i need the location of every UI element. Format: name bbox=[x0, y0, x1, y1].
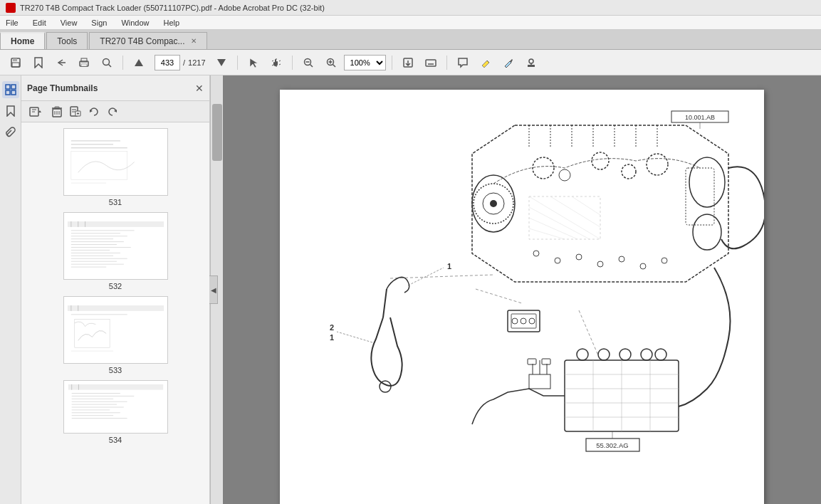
menu-edit[interactable]: Edit bbox=[30, 17, 49, 28]
svg-marker-10 bbox=[217, 59, 226, 66]
svg-rect-42 bbox=[55, 107, 59, 108]
keyboard-button[interactable] bbox=[421, 53, 441, 73]
menu-view[interactable]: View bbox=[58, 17, 80, 28]
svg-rect-26 bbox=[528, 65, 535, 67]
panel-select-button[interactable] bbox=[24, 103, 47, 120]
prev-page-button[interactable] bbox=[129, 53, 149, 73]
svg-marker-3 bbox=[35, 58, 42, 68]
stamp-button[interactable] bbox=[521, 53, 541, 73]
svg-rect-31 bbox=[11, 90, 16, 95]
draw-button[interactable] bbox=[498, 53, 518, 73]
tab-home-label: Home bbox=[11, 36, 34, 46]
menu-file[interactable]: File bbox=[3, 17, 21, 28]
svg-line-14 bbox=[310, 64, 313, 67]
search-button[interactable] bbox=[97, 53, 117, 73]
thumb-label-531: 531 bbox=[109, 198, 122, 206]
pan-tool-button[interactable] bbox=[266, 53, 286, 73]
save-button[interactable] bbox=[6, 53, 26, 73]
comment-button[interactable] bbox=[453, 53, 473, 73]
thumbnail-531[interactable]: 531 bbox=[63, 128, 168, 206]
menu-window[interactable]: Window bbox=[118, 17, 152, 28]
tab-tools[interactable]: Tools bbox=[46, 32, 88, 49]
thumb-label-533: 533 bbox=[109, 366, 122, 374]
thumb-frame-533 bbox=[63, 296, 168, 364]
thumbnails-panel-icon[interactable] bbox=[2, 81, 19, 98]
separator-2 bbox=[237, 56, 238, 70]
svg-rect-51 bbox=[64, 134, 167, 190]
separator-1 bbox=[122, 56, 123, 70]
select-tool-button[interactable] bbox=[244, 53, 263, 73]
svg-rect-29 bbox=[11, 85, 16, 89]
svg-text:1: 1 bbox=[330, 333, 334, 342]
zoom-select[interactable]: 100% 50% 75% 125% 150% 200% bbox=[344, 55, 386, 70]
tab-document[interactable]: TR270 T4B Compac... ✕ bbox=[89, 32, 206, 49]
thumb-frame-532 bbox=[63, 212, 168, 280]
menu-sign[interactable]: Sign bbox=[88, 17, 110, 28]
panel-toolbar bbox=[21, 101, 209, 122]
thumbnail-533[interactable]: 533 bbox=[63, 296, 168, 374]
page-separator: / bbox=[183, 58, 185, 67]
toolbar: / 1217 100% 50% 75% 125% 150% 200% bbox=[0, 50, 821, 75]
thumbnail-534[interactable]: 534 bbox=[63, 380, 168, 444]
svg-line-18 bbox=[333, 64, 335, 67]
tab-home[interactable]: Home bbox=[0, 32, 45, 49]
menu-help[interactable]: Help bbox=[161, 17, 183, 28]
thumb-label-534: 534 bbox=[109, 436, 122, 444]
window-title: TR270 T4B Compact Track Loader (55071110… bbox=[20, 4, 325, 12]
attachments-panel-icon[interactable] bbox=[2, 124, 19, 141]
svg-text:10.001.AB: 10.001.AB bbox=[685, 114, 715, 121]
svg-rect-84 bbox=[68, 384, 162, 390]
svg-text:55.302.AG: 55.302.AG bbox=[596, 441, 628, 449]
tab-document-label: TR270 T4B Compac... bbox=[100, 36, 184, 46]
svg-text:2: 2 bbox=[330, 323, 334, 332]
pdf-page: 10.001.AB bbox=[280, 90, 764, 504]
title-bar: TR270 T4B Compact Track Loader (55071110… bbox=[0, 0, 821, 16]
save-as-button[interactable] bbox=[398, 53, 418, 73]
svg-rect-97 bbox=[280, 90, 764, 503]
zoom-out-button[interactable] bbox=[298, 53, 318, 73]
page-total: 1217 bbox=[188, 58, 205, 67]
svg-text:1: 1 bbox=[447, 262, 451, 271]
bookmark-button[interactable] bbox=[28, 53, 48, 73]
thumb-frame-531 bbox=[63, 128, 168, 196]
svg-point-108 bbox=[490, 200, 497, 207]
close-panel-button[interactable]: ✕ bbox=[195, 83, 204, 94]
bookmarks-panel-icon[interactable] bbox=[2, 103, 19, 120]
panel-scroll-thumb[interactable] bbox=[212, 104, 222, 161]
extract-pages-button[interactable] bbox=[67, 103, 84, 120]
thumbnails-panel: Page Thumbnails ✕ bbox=[21, 75, 210, 504]
tab-tools-label: Tools bbox=[57, 36, 77, 46]
svg-rect-58 bbox=[67, 221, 163, 227]
next-page-button[interactable] bbox=[211, 53, 231, 73]
svg-rect-28 bbox=[6, 85, 10, 89]
svg-rect-1 bbox=[13, 58, 17, 61]
svg-rect-77 bbox=[67, 305, 163, 311]
zoom-in-button[interactable] bbox=[321, 53, 341, 73]
app-icon bbox=[6, 3, 16, 13]
left-sidebar bbox=[0, 75, 21, 504]
highlight-button[interactable] bbox=[476, 53, 496, 73]
thumbnail-532[interactable]: 532 bbox=[63, 212, 168, 290]
separator-4 bbox=[392, 56, 392, 70]
redo-button[interactable] bbox=[104, 103, 121, 120]
panel-collapse-handle[interactable]: ◀ bbox=[209, 275, 218, 304]
page-navigation: / 1217 bbox=[155, 55, 206, 70]
print-button[interactable] bbox=[74, 53, 94, 73]
svg-rect-2 bbox=[12, 63, 19, 67]
delete-pages-button[interactable] bbox=[48, 103, 66, 120]
svg-rect-30 bbox=[6, 90, 10, 95]
separator-5 bbox=[446, 56, 447, 70]
page-number-input[interactable] bbox=[155, 55, 180, 70]
menu-bar: File Edit View Sign Window Help bbox=[0, 16, 821, 30]
close-tab-icon[interactable]: ✕ bbox=[191, 37, 197, 45]
panel-header: Page Thumbnails ✕ bbox=[21, 75, 209, 101]
pdf-viewer[interactable]: 10.001.AB bbox=[223, 75, 821, 504]
thumb-frame-534 bbox=[63, 380, 168, 434]
svg-line-8 bbox=[109, 64, 112, 67]
svg-point-25 bbox=[529, 59, 533, 63]
back-button[interactable] bbox=[51, 53, 71, 73]
undo-button[interactable] bbox=[85, 103, 103, 120]
panel-title: Page Thumbnails bbox=[27, 83, 98, 93]
thumbnails-list: 531 bbox=[21, 122, 209, 504]
zoom-control: 100% 50% 75% 125% 150% 200% bbox=[344, 55, 386, 70]
